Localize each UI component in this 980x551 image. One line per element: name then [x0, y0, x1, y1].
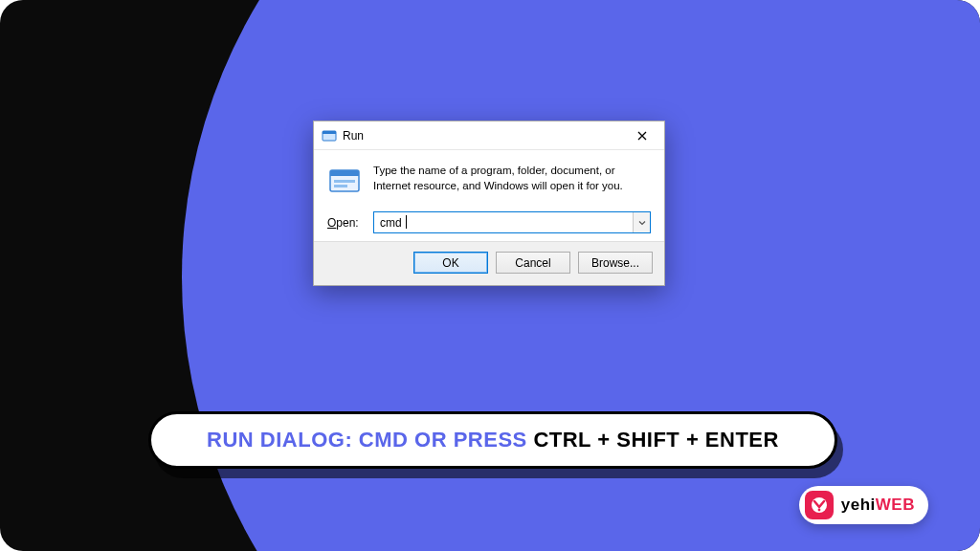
run-dialog: Run Type the name of a program, folder,	[313, 121, 665, 286]
svg-rect-5	[334, 185, 347, 187]
run-app-icon	[322, 128, 337, 143]
open-combobox[interactable]	[373, 211, 651, 233]
caption-pill: RUN DIALOG: CMD OR PRESS CTRL + SHIFT + …	[148, 411, 837, 469]
stage: Run Type the name of a program, folder,	[0, 0, 980, 551]
caption-text: RUN DIALOG: CMD OR PRESS CTRL + SHIFT + …	[207, 428, 779, 452]
svg-rect-3	[330, 170, 359, 176]
ok-button[interactable]: OK	[413, 252, 488, 274]
brand-name: yehiWEB	[841, 496, 915, 515]
open-label: Open:	[327, 216, 364, 230]
info-text: Type the name of a program, folder, docu…	[373, 164, 651, 198]
close-button[interactable]	[620, 121, 664, 150]
brand-mark-icon	[805, 491, 834, 519]
open-row: Open:	[327, 211, 651, 233]
brand-badge: yehiWEB	[799, 486, 928, 524]
svg-point-7	[817, 509, 820, 512]
text-cursor	[406, 215, 407, 229]
svg-rect-1	[323, 131, 336, 134]
dialog-title: Run	[343, 129, 620, 143]
cancel-button[interactable]: Cancel	[496, 252, 570, 274]
open-input[interactable]	[373, 211, 651, 233]
titlebar: Run	[314, 121, 664, 150]
dialog-body: Type the name of a program, folder, docu…	[314, 150, 664, 241]
chevron-down-icon	[638, 219, 646, 227]
combobox-dropdown-button[interactable]	[633, 212, 650, 232]
close-icon	[637, 131, 647, 141]
svg-rect-4	[334, 180, 355, 183]
run-large-icon	[327, 164, 362, 198]
dialog-footer: OK Cancel Browse...	[314, 241, 664, 285]
browse-button[interactable]: Browse...	[578, 252, 653, 274]
info-row: Type the name of a program, folder, docu…	[327, 164, 651, 198]
